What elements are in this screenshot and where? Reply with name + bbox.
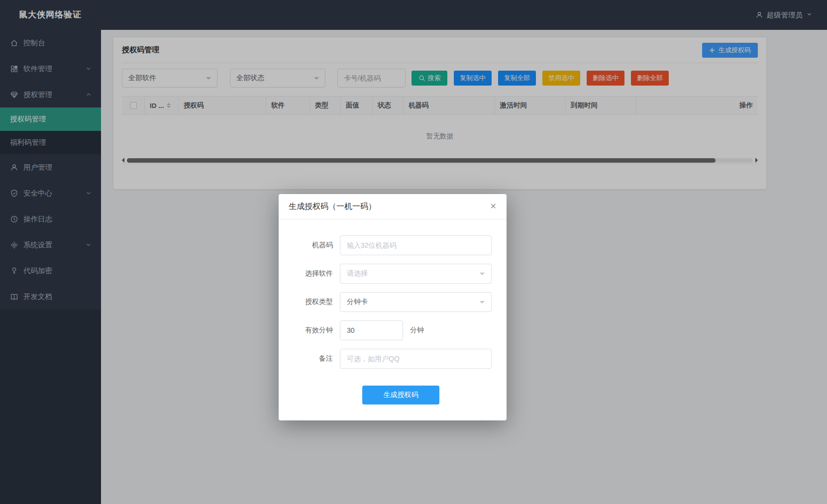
software-select-row: 选择软件 请选择 [291, 264, 492, 284]
close-icon[interactable]: ✕ [490, 202, 497, 210]
auth-type-label: 授权类型 [291, 298, 333, 306]
chevron-down-icon [480, 301, 485, 306]
software-select[interactable]: 请选择 [340, 264, 492, 284]
chevron-down-icon [480, 273, 485, 278]
modal-generate-button[interactable]: 生成授权码 [362, 386, 439, 404]
machine-code-row: 机器码 [291, 235, 492, 255]
auth-type-value: 分钟卡 [347, 298, 368, 306]
modal-header: 生成授权码（一机一码） ✕ [279, 194, 507, 219]
modal-body: 机器码 选择软件 请选择 授权类型 分钟卡 有效分钟 分钟 备注 [279, 219, 507, 420]
remark-input[interactable] [340, 349, 492, 369]
valid-minutes-suffix: 分钟 [410, 326, 424, 335]
valid-minutes-input[interactable] [340, 320, 403, 340]
remark-row: 备注 [291, 349, 492, 369]
auth-type-row: 授权类型 分钟卡 [291, 292, 492, 312]
generate-authcode-modal: 生成授权码（一机一码） ✕ 机器码 选择软件 请选择 授权类型 分钟卡 有效分钟… [279, 194, 507, 420]
valid-minutes-label: 有效分钟 [291, 326, 333, 335]
valid-minutes-row: 有效分钟 分钟 [291, 320, 492, 340]
machine-code-label: 机器码 [291, 241, 333, 250]
remark-label: 备注 [291, 354, 333, 363]
modal-title: 生成授权码（一机一码） [289, 202, 376, 212]
machine-code-input[interactable] [340, 235, 492, 255]
software-select-label: 选择软件 [291, 269, 333, 278]
software-select-placeholder: 请选择 [347, 269, 368, 278]
auth-type-select[interactable]: 分钟卡 [340, 292, 492, 312]
